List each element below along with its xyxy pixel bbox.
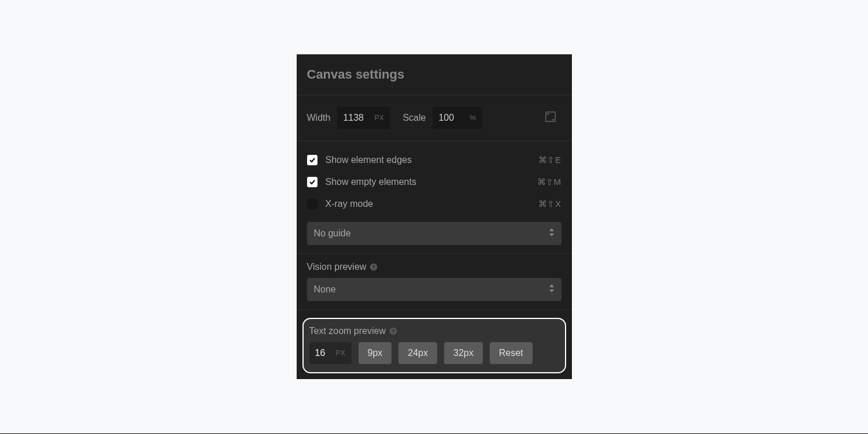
shortcut-text: ⌘⇧M [537, 177, 562, 187]
shortcut-text: ⌘⇧X [538, 199, 562, 209]
zoom-preset-9px[interactable]: 9px [359, 342, 392, 364]
guide-select[interactable]: No guide [307, 222, 562, 245]
svg-text:?: ? [372, 264, 376, 270]
toggle-show-edges[interactable]: Show element edges ⌘⇧E [307, 149, 562, 171]
help-icon[interactable]: ? [370, 263, 378, 271]
svg-text:?: ? [391, 328, 395, 334]
scale-input-wrap[interactable]: % [433, 107, 482, 129]
shortcut-text: ⌘⇧E [538, 155, 562, 165]
zoom-preset-24px[interactable]: 24px [398, 342, 437, 364]
text-zoom-input[interactable] [315, 348, 333, 358]
width-input[interactable] [343, 113, 371, 123]
width-input-wrap[interactable]: PX [337, 107, 390, 129]
scale-input[interactable] [438, 113, 466, 123]
vision-preview-label: Vision preview [307, 262, 367, 272]
canvas-settings-panel: Canvas settings Width PX Scale % [297, 54, 572, 379]
text-zoom-label: Text zoom preview [309, 326, 386, 336]
fullscreen-icon [544, 110, 557, 125]
select-value: None [314, 284, 336, 295]
toggle-show-empty[interactable]: Show empty elements ⌘⇧M [307, 171, 562, 193]
select-value: No guide [314, 228, 351, 239]
toggle-label: Show element edges [326, 155, 538, 165]
panel-title: Canvas settings [297, 54, 572, 95]
toggle-label: X-ray mode [326, 199, 538, 209]
width-label: Width [307, 113, 331, 123]
scale-label: Scale [402, 113, 426, 123]
checkbox-icon [307, 177, 317, 187]
checkbox-icon [307, 155, 317, 165]
zoom-preset-32px[interactable]: 32px [444, 342, 483, 364]
help-icon[interactable]: ? [389, 327, 397, 335]
toggle-xray[interactable]: X-ray mode ⌘⇧X [307, 193, 562, 215]
toggle-label: Show empty elements [326, 177, 537, 187]
zoom-reset-button[interactable]: Reset [490, 342, 533, 364]
scale-unit: % [470, 114, 476, 122]
text-zoom-unit: PX [336, 349, 346, 357]
sort-icon [549, 228, 555, 239]
vision-preview-select[interactable]: None [307, 278, 562, 301]
text-zoom-section: Text zoom preview ? PX 9px 24px 32px Res… [302, 318, 566, 373]
checkbox-icon [307, 199, 317, 209]
width-unit: PX [374, 114, 384, 122]
sort-icon [549, 284, 555, 295]
fit-to-screen-button[interactable] [540, 107, 562, 129]
text-zoom-input-wrap[interactable]: PX [309, 342, 352, 364]
